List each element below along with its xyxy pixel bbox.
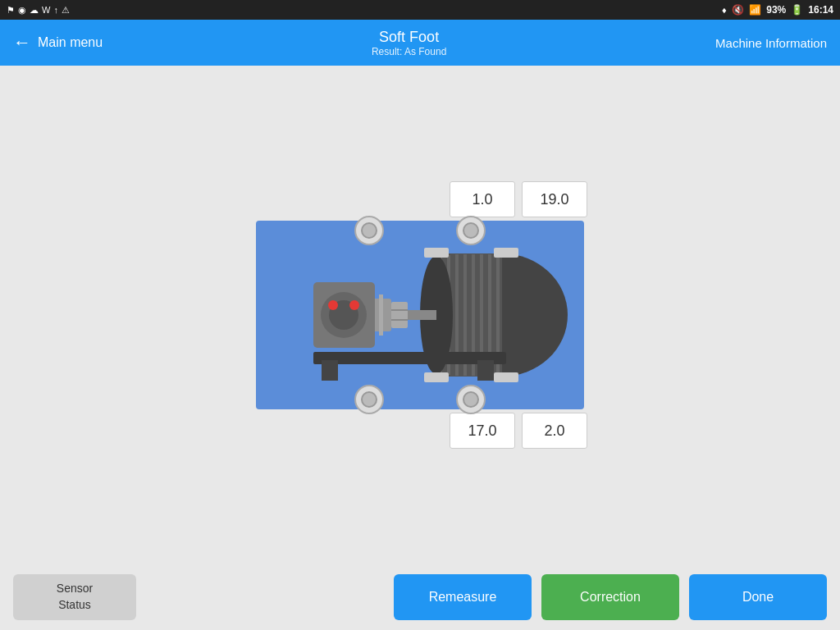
word-icon: W bbox=[42, 5, 50, 15]
svg-point-20 bbox=[349, 300, 359, 310]
warning-icon: ⚠ bbox=[62, 5, 70, 16]
page-title: Soft Foot bbox=[379, 29, 439, 46]
svg-rect-14 bbox=[391, 302, 408, 328]
machine-svg bbox=[264, 233, 576, 397]
sensor-status-line2: Status bbox=[58, 597, 91, 614]
svg-rect-28 bbox=[494, 372, 518, 382]
mute-icon: 🔇 bbox=[732, 4, 744, 16]
svg-rect-27 bbox=[424, 372, 449, 382]
battery-icon: 🔋 bbox=[791, 4, 803, 16]
machine-diagram bbox=[256, 221, 584, 409]
bottom-values-row: 17.0 2.0 bbox=[450, 413, 587, 449]
svg-rect-26 bbox=[494, 248, 518, 258]
upload-icon: ↑ bbox=[53, 5, 58, 15]
main-menu-label[interactable]: Main menu bbox=[38, 35, 103, 50]
back-nav[interactable]: ← Main menu bbox=[13, 32, 103, 53]
correction-button[interactable]: Correction bbox=[541, 574, 679, 620]
cloud-icon: ☁ bbox=[30, 5, 39, 16]
action-buttons: Remeasure Correction Done bbox=[394, 574, 827, 620]
back-arrow-icon[interactable]: ← bbox=[13, 32, 31, 53]
machine-info-button[interactable]: Machine Information bbox=[715, 36, 827, 50]
sensor-status-line1: Sensor bbox=[57, 581, 93, 597]
top-right-value[interactable]: 19.0 bbox=[522, 181, 587, 217]
machine-info-label[interactable]: Machine Information bbox=[715, 36, 827, 50]
motor-container bbox=[256, 229, 584, 401]
status-right: ⬧ 🔇 📶 93% 🔋 16:14 bbox=[721, 4, 833, 16]
clock: 16:14 bbox=[808, 4, 833, 16]
circle-icon: ◉ bbox=[18, 5, 26, 16]
remeasure-button[interactable]: Remeasure bbox=[394, 574, 532, 620]
svg-rect-22 bbox=[313, 352, 506, 364]
svg-point-21 bbox=[328, 300, 338, 310]
svg-rect-13 bbox=[379, 294, 383, 336]
diagram-wrapper: 1.0 19.0 bbox=[253, 181, 587, 449]
svg-rect-23 bbox=[322, 360, 338, 381]
bluetooth-icon: ⬧ bbox=[721, 4, 727, 16]
header-title-area: Soft Foot Result: As Found bbox=[372, 29, 446, 57]
wifi-icon: 📶 bbox=[749, 4, 761, 16]
main-content: 1.0 19.0 bbox=[0, 66, 840, 564]
status-bar: ⚑ ◉ ☁ W ↑ ⚠ ⬧ 🔇 📶 93% 🔋 16:14 bbox=[0, 0, 840, 20]
svg-rect-25 bbox=[424, 248, 449, 258]
svg-rect-24 bbox=[477, 360, 494, 381]
top-left-value[interactable]: 1.0 bbox=[450, 181, 515, 217]
footer: Sensor Status Remeasure Correction Done bbox=[0, 564, 840, 630]
header: ← Main menu Soft Foot Result: As Found M… bbox=[0, 20, 840, 66]
page-subtitle: Result: As Found bbox=[372, 46, 446, 57]
top-values-row: 1.0 19.0 bbox=[450, 181, 587, 217]
done-button[interactable]: Done bbox=[689, 574, 827, 620]
status-icons: ⚑ ◉ ☁ W ↑ ⚠ bbox=[7, 5, 70, 16]
alarm-icon: ⚑ bbox=[7, 5, 15, 16]
bottom-right-value[interactable]: 2.0 bbox=[522, 413, 587, 449]
bottom-left-value[interactable]: 17.0 bbox=[450, 413, 515, 449]
sensor-status-button[interactable]: Sensor Status bbox=[13, 574, 136, 620]
battery-level: 93% bbox=[766, 4, 786, 16]
